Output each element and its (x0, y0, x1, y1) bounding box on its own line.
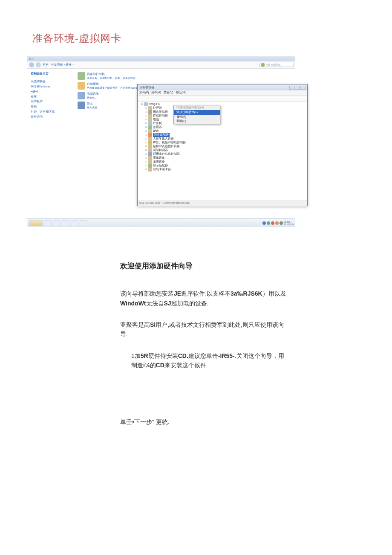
system-tray: 21:58 2013/7/9 (262, 221, 294, 226)
tree-node[interactable]: ⊞监视器 (144, 125, 307, 129)
menu-file[interactable]: 文件(F) (139, 91, 149, 95)
category-power-sub: 更改电... (87, 96, 99, 100)
category-devices[interactable]: 设备和打印机添加设备 添加打印机 鼠标 设备管理器 (78, 72, 295, 80)
tray-icon[interactable] (267, 221, 270, 225)
tray-icon[interactable] (271, 221, 274, 225)
taskbar-button[interactable] (62, 220, 69, 226)
wizard-footer: 单壬•下一步" 更统. (120, 417, 286, 427)
sidebar-item-system[interactable]: 系统和安全 (31, 79, 71, 84)
category-devices-head: 设备和打印机 (87, 72, 135, 76)
wizard-text: 欢迎使用添加硬件向导 该向导将部助您安装JE遁序软件.以支柊不3a‰RJS6K）… (120, 260, 286, 439)
taskbar: 21:58 2013/7/9 (27, 218, 295, 227)
tray-icon[interactable] (275, 221, 279, 225)
sidebar-item-appearance[interactable]: 外观 (31, 104, 71, 109)
tree-node-network[interactable]: ⊞网络适配器 (144, 133, 307, 137)
sidebar-item-network[interactable]: 网络和 Internet (31, 84, 71, 89)
disk-icon (148, 110, 152, 114)
dm-statusbar: 给这台计算机添加一台过时(非即插即用)设备。 (138, 200, 307, 206)
search-icon (261, 63, 265, 67)
storage-icon (148, 114, 152, 118)
tree-root[interactable]: ⊟jfleng-PC (140, 102, 307, 106)
category-devices-sub: 添加设备 添加打印机 鼠标 设备管理器 (87, 76, 135, 80)
tree-node[interactable]: ⊞鼠标和其他指针设备 (144, 145, 307, 148)
search-placeholder: 搜索控制面板 (265, 63, 281, 67)
sidebar-home[interactable]: 控制面板主页 (31, 71, 71, 76)
ctx-help[interactable]: 帮助(H) (174, 119, 220, 124)
printer-icon (78, 72, 85, 80)
dm-menubar: 文件(F) 操作(A) 查看(V) 帮助(H) (138, 90, 307, 96)
ctx-properties[interactable]: 属性(R) (174, 115, 220, 119)
tree-node[interactable]: ⊞电池 (144, 118, 307, 122)
search-input[interactable]: 搜索控制面板 (259, 63, 294, 67)
menu-action[interactable]: 操作(A) (151, 91, 161, 95)
category-display-head: 显示 (87, 102, 99, 106)
screenshot-region: 硬件 所有 › 控制面板 › 硬件 › 搜索控制面板 控制面板主页 系统和安全 … (27, 56, 295, 227)
nav-forward-icon[interactable] (36, 62, 41, 67)
computer-icon (148, 122, 152, 125)
breadcrumb[interactable]: 所有 › 控制面板 › 硬件 › (43, 63, 74, 67)
sidebar-item-hardware[interactable]: •硬件 (31, 89, 71, 94)
usb-icon (148, 152, 152, 156)
battery-icon (148, 118, 152, 122)
computer-icon (144, 102, 148, 106)
taskbar-button[interactable] (53, 220, 61, 226)
sidebar-item-programs[interactable]: 程序 (31, 94, 71, 99)
main-pane: 设备和打印机添加设备 添加打印机 鼠标 设备管理器 自动播放更改媒体或设备的默认… (74, 69, 295, 218)
keyboard-icon (148, 129, 152, 133)
sound-icon (148, 141, 152, 145)
maximize-icon[interactable] (295, 86, 300, 90)
menu-view[interactable]: 查看(V) (164, 91, 173, 95)
tray-icon[interactable] (280, 221, 283, 225)
taskbar-button[interactable] (71, 220, 78, 226)
sidebar: 控制面板主页 系统和安全 网络和 Internet •硬件 程序 用户帐户 外观… (27, 69, 74, 218)
menu-help[interactable]: 帮助(H) (176, 91, 186, 95)
close-icon[interactable] (300, 86, 306, 90)
wizard-paragraph-3: 1加5R硬件侍安装CD.建议您单击-IR55-.关闭这个向导，用制造i¼的CD来… (120, 351, 286, 370)
dm-title-text: 设备管理器 (139, 85, 154, 90)
tree-node[interactable]: ⊞计算机 (144, 122, 307, 125)
window-titlebar: 硬件 (27, 56, 295, 61)
device-manager-window: 设备管理器 文件(F) 操作(A) 查看(V) 帮助(H) ⊟jfleng-PC… (137, 84, 308, 206)
wizard-paragraph-2: 亚聚客是高Si用户,或者技术文行相赞军到此处,则只应使用该向导. (120, 320, 286, 339)
mouse-icon (148, 145, 152, 148)
context-menu: 扫描检测硬件改动(A) 添加过时硬件(L) 属性(R) 帮助(H) (173, 105, 220, 124)
tree-node[interactable]: ⊞键盘 (144, 129, 307, 133)
tray-date: 2013/7/9 (284, 223, 294, 226)
start-button[interactable] (29, 220, 43, 226)
close-icon[interactable] (290, 57, 294, 61)
address-bar: 所有 › 控制面板 › 硬件 › 搜索控制面板 (27, 61, 295, 69)
category-power-head: 电源选项 (87, 92, 99, 96)
tree-node[interactable]: ⊞通用串行总线控制器 (144, 152, 307, 156)
tree-node[interactable]: ⊞显示适配器 (144, 164, 307, 168)
tree-node[interactable]: ⊞智能卡读卡器 (144, 168, 307, 171)
minimize-icon[interactable] (289, 86, 294, 90)
tree-node[interactable]: ⊞人体学输入设备 (144, 137, 307, 141)
wizard-paragraph-1: 该向导将部助您安装JE遁序软件.以支柊不3a‰RJS6K）用以及 WindoWt… (120, 289, 286, 308)
nav-back-icon[interactable] (29, 62, 34, 67)
power-icon (78, 92, 85, 99)
modem-icon (148, 148, 152, 152)
hid-icon (148, 137, 152, 141)
dm-titlebar: 设备管理器 (138, 84, 307, 90)
autoplay-icon (78, 82, 85, 90)
ctx-add-legacy[interactable]: 添加过时硬件(L) (174, 110, 220, 115)
cpu-icon (148, 106, 152, 110)
tree-node[interactable]: ⊞系统设备 (144, 160, 307, 164)
dm-toolbar (138, 96, 307, 102)
sidebar-item-users[interactable]: 用户帐户 (31, 99, 71, 104)
tree-node[interactable]: ⊞声音、视频和游戏控制器 (144, 141, 307, 145)
sidebar-item-ease[interactable]: 轻松访问 (31, 114, 71, 119)
tree-node[interactable]: ⊞处理器 (144, 106, 307, 110)
page-title: 准备环境-虚拟网卡 (32, 32, 121, 45)
network-icon (148, 133, 152, 137)
tree-node[interactable]: ⊞图像设备 (144, 156, 307, 160)
tree-node[interactable]: ⊞调制解调器 (144, 148, 307, 152)
ctx-scan[interactable]: 扫描检测硬件改动(A) (174, 105, 220, 110)
tree-node[interactable]: ⊞磁盘驱动器 (144, 110, 307, 114)
sidebar-item-clock[interactable]: 时钟、语言和区域 (31, 109, 71, 114)
tree-node[interactable]: ⊞存储控制器 (144, 114, 307, 118)
taskbar-button[interactable] (80, 220, 87, 226)
tray-icon[interactable] (262, 221, 266, 225)
taskbar-button[interactable] (44, 220, 52, 226)
dm-tree: ⊟jfleng-PC ⊞处理器 ⊞磁盘驱动器 ⊞存储控制器 ⊞电池 ⊞计算机 ⊞… (138, 102, 307, 200)
